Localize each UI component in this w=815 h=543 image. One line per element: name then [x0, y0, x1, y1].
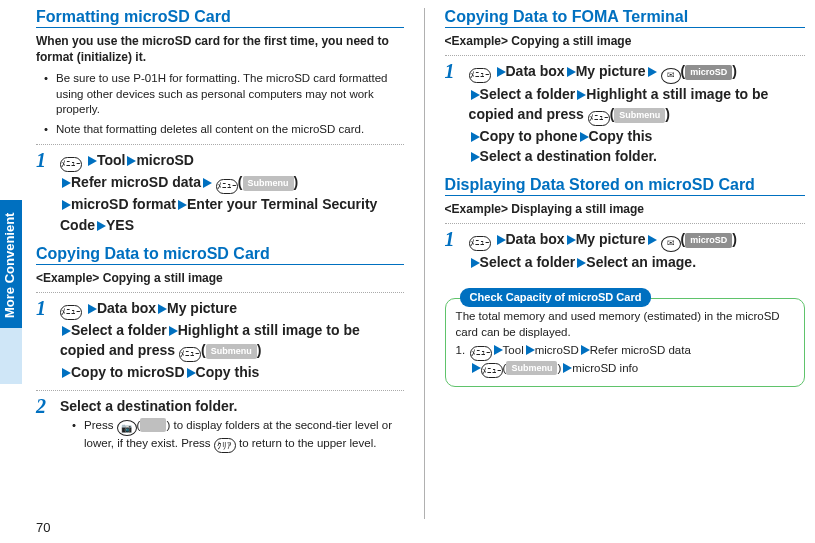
- step-number: 1: [36, 298, 52, 383]
- example-label: <Example> Displaying a still image: [445, 202, 805, 216]
- arrow-icon: [648, 67, 657, 77]
- page-number: 70: [36, 520, 50, 535]
- step-text: My picture: [576, 63, 646, 79]
- step-text: Copy this: [196, 364, 260, 380]
- arrow-icon: [567, 67, 576, 77]
- step-text: Select a destination folder.: [480, 148, 657, 164]
- section-title-format: Formatting microSD Card: [36, 8, 404, 28]
- menu-key-icon: ﾒﾆｭｰ: [469, 236, 491, 251]
- note-text: to return to the upper level.: [236, 437, 377, 449]
- arrow-icon: [581, 345, 590, 355]
- step-text: Select a folder: [71, 322, 167, 338]
- info-box-text: The total memory and used memory (estima…: [456, 309, 794, 340]
- sub-note-item: Press ( ) to display folders at the seco…: [76, 418, 404, 454]
- arrow-icon: [178, 200, 187, 210]
- arrow-icon: [187, 368, 196, 378]
- arrow-icon: [97, 221, 106, 231]
- dotted-separator: [36, 292, 404, 293]
- menu-key-icon: ﾒﾆｭｰ: [470, 346, 492, 361]
- info-step-number: 1.: [456, 343, 466, 359]
- info-box: Check Capacity of microSD Card The total…: [445, 298, 805, 387]
- arrow-icon: [62, 326, 71, 336]
- arrow-icon: [471, 152, 480, 162]
- section-title-copy-to-sd: Copying Data to microSD Card: [36, 245, 404, 265]
- step-text: Select a folder: [480, 86, 576, 102]
- content-columns: Formatting microSD Card When you use the…: [36, 8, 805, 543]
- arrow-icon: [471, 258, 480, 268]
- arrow-icon: [62, 368, 71, 378]
- step-text: Data box: [506, 63, 565, 79]
- step-number: 1: [445, 229, 461, 272]
- dotted-separator: [36, 144, 404, 145]
- arrow-icon: [526, 345, 535, 355]
- softkey-label: Submenu: [506, 361, 557, 375]
- bullet-list: Be sure to use P-01H for formatting. The…: [36, 71, 404, 137]
- step-text: Refer microSD data: [71, 174, 201, 190]
- step-text: My picture: [167, 300, 237, 316]
- step-2: 2 Select a destination folder. Press ( )…: [36, 396, 404, 454]
- example-label: <Example> Copying a still image: [445, 34, 805, 48]
- step-number: 1: [445, 61, 461, 166]
- step-text: Data box: [97, 300, 156, 316]
- step-text: Tool: [503, 344, 524, 356]
- camera-key-icon: [117, 420, 137, 436]
- intro-text: When you use the microSD card for the fi…: [36, 34, 404, 65]
- dotted-separator: [36, 390, 404, 391]
- arrow-icon: [471, 90, 480, 100]
- clear-key-icon: ｸﾘｱ: [214, 438, 236, 453]
- softkey-label: microSD: [685, 233, 732, 248]
- section-title-copy-to-foma: Copying Data to FOMA Terminal: [445, 8, 805, 28]
- menu-key-icon: ﾒﾆｭｰ: [481, 363, 503, 378]
- right-column: Copying Data to FOMA Terminal <Example> …: [445, 8, 805, 543]
- step-text: My picture: [576, 231, 646, 247]
- step-text: Copy to phone: [480, 128, 578, 144]
- step-text: Tool: [97, 152, 126, 168]
- menu-key-icon: ﾒﾆｭｰ: [179, 347, 201, 362]
- step-body: ﾒﾆｭｰ ToolmicroSD Refer microSD data ﾒﾆｭｰ…: [60, 150, 404, 235]
- step-text: microSD info: [572, 362, 638, 374]
- arrow-icon: [203, 178, 212, 188]
- step-1: 1 ﾒﾆｭｰ ToolmicroSD Refer microSD data ﾒﾆ…: [36, 150, 404, 235]
- example-label: <Example> Copying a still image: [36, 271, 404, 285]
- menu-key-icon: ﾒﾆｭｰ: [216, 179, 238, 194]
- arrow-icon: [62, 178, 71, 188]
- arrow-icon: [497, 235, 506, 245]
- left-column: Formatting microSD Card When you use the…: [36, 8, 404, 543]
- step-number: 2: [36, 396, 52, 454]
- softkey-label: Submenu: [243, 176, 294, 191]
- arrow-icon: [88, 156, 97, 166]
- menu-key-icon: ﾒﾆｭｰ: [588, 111, 610, 126]
- softkey-label: Submenu: [206, 344, 257, 359]
- softkey-label: microSD: [685, 65, 732, 80]
- arrow-icon: [648, 235, 657, 245]
- arrow-icon: [471, 132, 480, 142]
- step-text: Select a destination folder.: [60, 398, 237, 414]
- dotted-separator: [445, 223, 805, 224]
- step-1: 1 ﾒﾆｭｰ Data boxMy picture Select a folde…: [36, 298, 404, 383]
- side-tab: More Convenient: [0, 200, 22, 330]
- arrow-icon: [62, 200, 71, 210]
- step-text: microSD format: [71, 196, 176, 212]
- step-1: 1 ﾒﾆｭｰ Data boxMy picture ✉(microSD) Sel…: [445, 61, 805, 166]
- side-tab-accent: [0, 328, 22, 384]
- step-text: Copy to microSD: [71, 364, 185, 380]
- arrow-icon: [158, 304, 167, 314]
- step-body: ﾒﾆｭｰ Data boxMy picture ✉(microSD) Selec…: [469, 229, 805, 272]
- step-text: microSD: [535, 344, 579, 356]
- arrow-icon: [88, 304, 97, 314]
- info-box-title: Check Capacity of microSD Card: [460, 288, 652, 307]
- step-body: ﾒﾆｭｰ Data boxMy picture Select a folderH…: [60, 298, 404, 383]
- column-divider: [424, 8, 425, 519]
- bullet-item: Be sure to use P-01H for formatting. The…: [48, 71, 404, 118]
- arrow-icon: [494, 345, 503, 355]
- arrow-icon: [169, 326, 178, 336]
- arrow-icon: [497, 67, 506, 77]
- bullet-item: Note that formatting deletes all content…: [48, 122, 404, 138]
- step-text: Refer microSD data: [590, 344, 691, 356]
- step-text: Copy this: [589, 128, 653, 144]
- step-text: YES: [106, 217, 134, 233]
- step-number: 1: [36, 150, 52, 235]
- menu-key-icon: ﾒﾆｭｰ: [60, 305, 82, 320]
- section-title-display-sd: Displaying Data Stored on microSD Card: [445, 176, 805, 196]
- softkey-label: [140, 418, 166, 432]
